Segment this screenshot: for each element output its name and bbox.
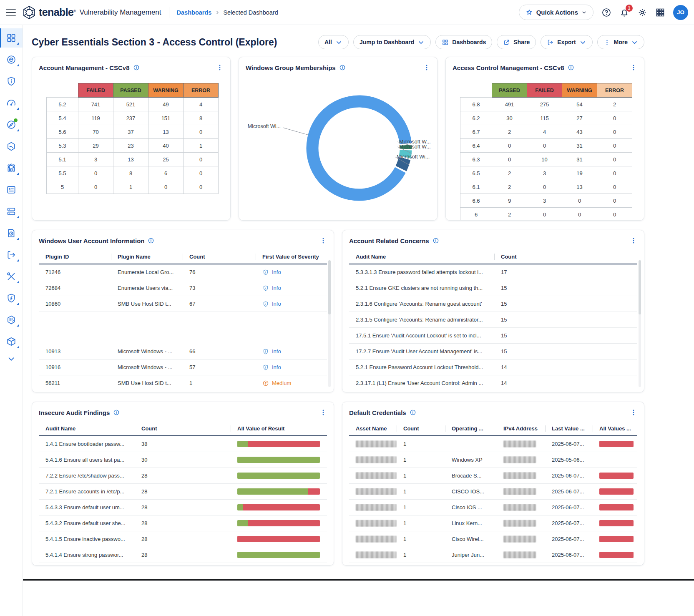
scrollbar-thumb[interactable]	[328, 260, 331, 314]
matrix-cell[interactable]: 8	[184, 111, 219, 125]
table-row[interactable]: 1Juniper Jun...2025-06-07...	[349, 547, 637, 563]
row-label[interactable]: 5	[47, 180, 78, 194]
info-icon[interactable]	[148, 237, 154, 244]
matrix-cell[interactable]: 491	[492, 98, 527, 111]
result-bar[interactable]	[237, 504, 320, 510]
matrix-cell[interactable]: 0	[78, 166, 113, 180]
matrix-cell[interactable]: 521	[113, 98, 148, 111]
matrix-cell[interactable]: 10	[527, 153, 562, 166]
matrix-cell[interactable]: 115	[527, 111, 562, 125]
matrix-cell[interactable]: 1	[184, 139, 219, 153]
table-row[interactable]: 71246Enumerate Local Gro...76Info	[39, 264, 327, 280]
matrix-cell[interactable]: 0	[527, 180, 562, 194]
matrix-cell[interactable]: 0	[597, 111, 632, 125]
matrix-cell[interactable]: 13	[148, 125, 184, 139]
column-header[interactable]: First Value of Severity	[256, 249, 327, 264]
dashboards-button[interactable]: Dashboards	[435, 35, 492, 49]
matrix-cell[interactable]: 0	[184, 153, 219, 166]
widget-menu-button[interactable]	[423, 64, 430, 71]
failed-result-bar[interactable]	[599, 473, 634, 479]
gear-icon[interactable]	[637, 8, 647, 18]
table-row[interactable]: 56211SMB Use Host SID t...1Medium	[39, 375, 327, 391]
matrix-cell[interactable]: 237	[113, 111, 148, 125]
column-header-failed[interactable]: FAILED	[78, 83, 113, 98]
info-icon[interactable]	[410, 409, 416, 416]
table-row[interactable]: 10860SMB Use Host SID t...67Info	[39, 296, 327, 312]
sidebar-item-lumin[interactable]	[0, 93, 23, 113]
result-bar[interactable]	[237, 488, 320, 495]
matrix-cell[interactable]: 70	[78, 125, 113, 139]
row-label[interactable]: 6.8	[460, 98, 492, 111]
sidebar-item-resources[interactable]	[0, 332, 23, 351]
matrix-cell[interactable]: 1	[113, 180, 148, 194]
info-icon[interactable]	[133, 64, 140, 71]
matrix-cell[interactable]: 3	[527, 194, 562, 208]
row-label[interactable]: 6.5	[460, 166, 492, 180]
matrix-cell[interactable]: 2	[492, 208, 527, 221]
column-header-warning[interactable]: WARNING	[148, 83, 184, 98]
matrix-cell[interactable]: 40	[148, 139, 184, 153]
help-icon[interactable]	[601, 8, 611, 18]
column-header[interactable]: All Values ...	[593, 421, 637, 435]
column-header[interactable]: Plugin Name	[111, 249, 183, 264]
matrix-cell[interactable]: 275	[527, 98, 562, 111]
donut-slice[interactable]	[401, 158, 405, 168]
failed-result-bar[interactable]	[599, 441, 634, 447]
row-label[interactable]: 6.2	[460, 111, 492, 125]
table-row[interactable]: 2.3.17.1 (L1) Ensure 'User Account Contr…	[349, 375, 637, 391]
column-header[interactable]: Count	[135, 421, 231, 435]
sidebar-item-policies[interactable]	[0, 289, 23, 308]
table-row[interactable]: 2.3.1.6 Configure 'Accounts: Rename gues…	[349, 296, 637, 312]
table-row[interactable]: 5.4.3.3 Ensure default user um...28	[39, 500, 327, 515]
sidebar-expand-button[interactable]	[0, 355, 23, 364]
column-header[interactable]: Audit Name	[39, 421, 135, 435]
matrix-cell[interactable]: 0	[562, 194, 597, 208]
table-row[interactable]: 1Linux Kern...2025-06-07...	[349, 515, 637, 531]
row-label[interactable]: 5.3	[47, 139, 78, 153]
matrix-cell[interactable]: 0	[184, 180, 219, 194]
matrix-cell[interactable]: 0	[597, 180, 632, 194]
share-button[interactable]: Share	[497, 35, 536, 49]
row-label[interactable]: 6.4	[460, 139, 492, 153]
result-bar[interactable]	[237, 536, 320, 542]
column-header-error[interactable]: ERROR	[597, 83, 632, 98]
matrix-cell[interactable]: 151	[148, 111, 184, 125]
matrix-cell[interactable]: 25	[148, 153, 184, 166]
matrix-cell[interactable]: 8	[113, 166, 148, 180]
table-row[interactable]: 17.2.7 Ensure 'Audit User Account Manage…	[349, 344, 637, 360]
column-header[interactable]: Count	[494, 249, 637, 264]
info-icon[interactable]	[432, 237, 439, 244]
table-row[interactable]: 1Cisco IOS ...2025-06-07...	[349, 500, 637, 515]
matrix-cell[interactable]: 0	[562, 208, 597, 221]
table-row[interactable]: 1CISCO IOS...2025-06-07...	[349, 484, 637, 500]
matrix-cell[interactable]: 6	[148, 166, 184, 180]
failed-result-bar[interactable]	[599, 536, 634, 542]
sidebar-item-web-app-scanning[interactable]	[0, 115, 23, 134]
matrix-cell[interactable]: 0	[527, 208, 562, 221]
matrix-cell[interactable]: 9	[492, 194, 527, 208]
column-header-passed[interactable]: PASSED	[113, 83, 148, 98]
quick-actions-button[interactable]: Quick Actions	[519, 5, 593, 20]
sidebar-item-reports[interactable]	[0, 224, 23, 243]
column-header[interactable]: Operating ...	[445, 421, 497, 435]
row-label[interactable]: 6.1	[460, 180, 492, 194]
column-header[interactable]: Plugin ID	[39, 249, 111, 264]
row-label[interactable]: 6.7	[460, 125, 492, 139]
jump-to-dashboard-dropdown[interactable]: Jump to Dashboard	[353, 35, 431, 49]
matrix-cell[interactable]: 0	[492, 139, 527, 153]
info-icon[interactable]	[339, 64, 346, 71]
matrix-cell[interactable]: 31	[562, 139, 597, 153]
apps-grid-icon[interactable]	[655, 8, 665, 18]
column-header[interactable]: Asset Name	[349, 421, 397, 435]
failed-result-bar[interactable]	[599, 488, 634, 495]
notifications-button[interactable]: 1	[619, 8, 629, 18]
scope-filter-dropdown[interactable]: All	[318, 35, 349, 49]
sidebar-item-tools[interactable]	[0, 267, 23, 286]
matrix-cell[interactable]: 27	[562, 111, 597, 125]
table-row[interactable]: 5.2.1 Ensure GKE clusters are not runnin…	[349, 280, 637, 296]
column-header[interactable]: All Value of Result	[231, 421, 327, 435]
row-label[interactable]: 5.5	[47, 166, 78, 180]
widget-menu-button[interactable]	[216, 64, 224, 71]
matrix-cell[interactable]: 43	[562, 125, 597, 139]
matrix-cell[interactable]: 3	[78, 153, 113, 166]
